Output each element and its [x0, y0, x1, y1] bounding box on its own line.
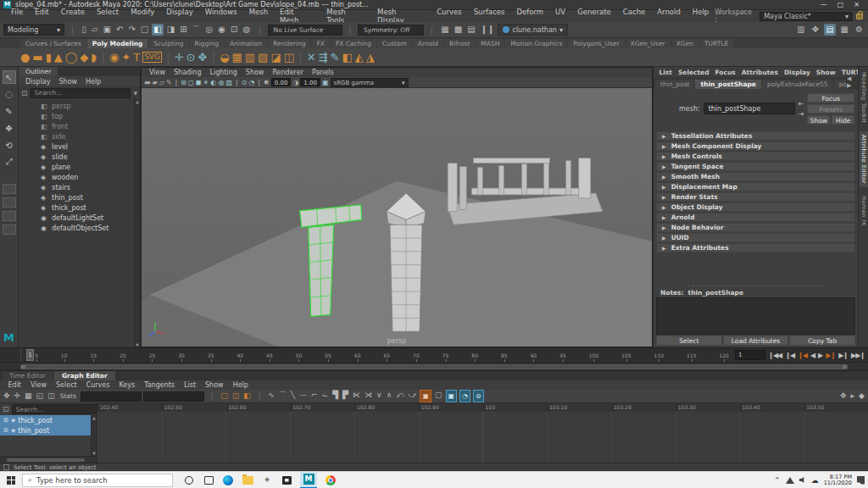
fixed-tangent-icon[interactable]: ▛ — [342, 390, 349, 402]
chevron-down-icon[interactable]: ▼ — [133, 90, 137, 96]
outliner-item[interactable]: ◉ defaultLightSet — [19, 213, 140, 223]
graph-tree-item[interactable]: ⊞ ◈ thin_post — [0, 425, 97, 435]
current-frame-marker[interactable]: 1 — [26, 349, 34, 361]
graph-menu-item[interactable]: View — [26, 381, 52, 389]
tab-scroll-arrows-icon[interactable]: ◀ ▶ — [847, 75, 858, 89]
poly-cone-icon[interactable]: ▲ — [54, 49, 63, 66]
time-slider-track[interactable]: 1 51015202530354045505560657075808590951… — [20, 348, 732, 362]
modeling-toolkit-toggle-icon[interactable]: ▥ — [795, 24, 806, 36]
new-scene-icon[interactable]: ▯ — [80, 24, 88, 36]
shelf-tab[interactable]: Bifrost — [444, 39, 475, 48]
select-object-icon[interactable]: ◧ — [152, 24, 163, 36]
poly-sphere-icon[interactable]: ● — [20, 49, 30, 66]
attr-menu-item[interactable]: Selected — [675, 69, 712, 76]
outliner-item[interactable]: ◧ top — [19, 111, 140, 121]
outliner-menu-item[interactable]: Help — [82, 78, 104, 86]
break-tangent-icon[interactable]: ⋉ — [352, 390, 361, 402]
step-fwd-key-icon[interactable]: ▶❙ — [825, 352, 836, 359]
graph-menu-item[interactable]: Show — [201, 381, 229, 389]
poly-text-icon[interactable]: T — [133, 49, 140, 66]
shelf-sep[interactable]: | — [99, 49, 107, 66]
view-transform-selector[interactable]: sRGB gamma▾ — [331, 78, 409, 87]
attribute-section-header[interactable]: ▶ Tangent Space — [656, 162, 855, 171]
free-weight-icon[interactable]: ∨ — [376, 390, 383, 402]
clamped-tangent-icon[interactable]: ⌒ — [278, 390, 287, 402]
attribute-section-header[interactable]: ▶ Node Behavior — [656, 223, 855, 232]
workspace-selector[interactable]: Maya Classic*▾ — [760, 12, 853, 21]
bevel-icon[interactable]: ◪ — [270, 49, 281, 66]
frame-all-icon[interactable]: □ — [220, 391, 229, 402]
viewport-canvas[interactable]: persp — [142, 88, 652, 347]
mirror-icon[interactable]: ◧ — [342, 49, 352, 66]
wireframe-icon[interactable]: ⊞ — [181, 78, 186, 87]
cortana-icon[interactable] — [183, 474, 195, 486]
select-component-icon[interactable]: ◨ — [165, 24, 176, 36]
outliner-item[interactable]: ◈ thick_post — [19, 202, 140, 213]
outliner-menu-item[interactable]: Show — [56, 78, 81, 86]
redo-icon[interactable]: ↷ — [126, 24, 136, 36]
shelf-tab[interactable]: Curves / Surfaces — [20, 39, 86, 48]
shelf-sep[interactable]: | — [209, 49, 217, 66]
snap-point-icon[interactable]: ◎ — [204, 24, 215, 36]
ipr-render-icon[interactable]: ▩ — [453, 24, 464, 36]
shelf-tab[interactable]: XGen_User — [626, 39, 670, 48]
minimize-icon[interactable]: — — [821, 1, 827, 8]
normalize-icon[interactable]: ▢ — [434, 390, 443, 402]
node-tab[interactable]: thin_post — [655, 80, 694, 89]
go-to-end-icon[interactable]: ▶▶❙ — [850, 352, 865, 359]
sidebar-vertical-tab[interactable]: Modeling Toolkit — [860, 72, 867, 123]
attribute-section-header[interactable]: ▶ Object Display — [656, 202, 855, 212]
presets-button[interactable]: Presets — [807, 104, 854, 114]
outliner-scrollbar[interactable] — [134, 99, 140, 347]
show-button[interactable]: Show — [807, 115, 830, 125]
shaded-icon[interactable]: ◻ — [188, 78, 194, 87]
viewport-menu-item[interactable]: Show — [242, 69, 269, 76]
graph-menu-item[interactable]: Keys — [114, 381, 140, 389]
shelf-tab[interactable]: Polygons_User — [568, 39, 624, 48]
gamma-field[interactable]: 1.00 — [300, 78, 320, 86]
expand-icon[interactable]: ⊞ — [3, 427, 8, 434]
pin-channel-icon[interactable]: ⊜ — [473, 390, 484, 402]
hide-button[interactable]: Hide — [832, 115, 854, 125]
chrome-icon[interactable] — [325, 474, 337, 486]
close-icon[interactable]: ✕ — [854, 1, 860, 8]
outliner-item[interactable]: ◧ front — [19, 121, 140, 131]
filter-icon[interactable]: ⊡ — [3, 405, 9, 413]
target-weld-icon[interactable]: ⇶ — [319, 49, 328, 66]
node-tab[interactable]: thin_postShape — [695, 80, 760, 89]
wifi-icon[interactable] — [786, 477, 794, 484]
center-current-icon[interactable]: ◧ — [242, 391, 252, 402]
shelf-tab[interactable]: Custom — [377, 39, 412, 48]
attribute-editor-toggle-icon[interactable]: ▤ — [824, 24, 835, 36]
snap-projected-icon[interactable]: ◉ — [216, 24, 227, 36]
taskbar-clock[interactable]: 8:17 PM 11/1/2020 — [824, 474, 852, 486]
step-fwd-frame-icon[interactable]: ▶❙ — [837, 352, 849, 359]
pre-infinity-icon[interactable]: ⤺ — [395, 390, 405, 402]
workspace-lock-icon[interactable] — [856, 14, 863, 19]
menu-set-selector[interactable]: Modeling▾ — [3, 24, 64, 36]
outliner-item[interactable]: ◈ plane — [19, 162, 140, 172]
shelf-sep[interactable]: | — [297, 49, 304, 66]
image-plane-icon[interactable]: ▱ — [159, 78, 164, 87]
focus-button[interactable]: Focus — [807, 93, 854, 103]
lock-weight-icon[interactable]: ∧ — [386, 390, 393, 402]
attr-menu-item[interactable]: Display — [781, 69, 813, 76]
viewport-menu-item[interactable]: Renderer — [268, 69, 308, 76]
move-keys-icon[interactable]: ✥ — [3, 391, 11, 402]
outliner-tab[interactable]: Outliner — [19, 67, 58, 76]
undo-icon[interactable]: ↶ — [114, 24, 125, 36]
locator-icon[interactable]: ⊙ — [186, 49, 196, 66]
shelf-sep[interactable]: | — [164, 49, 172, 66]
color-mgmt-icon[interactable]: ▣ — [322, 78, 329, 87]
shadows-icon[interactable]: ◐ — [210, 78, 216, 87]
expand-icon[interactable]: ⊞ — [3, 417, 8, 424]
snap-to-grid-icon[interactable]: ▬ — [144, 78, 151, 87]
action-center-icon[interactable] — [857, 476, 865, 485]
origin-locator-icon[interactable]: ✥ — [198, 49, 208, 66]
attribute-section-header[interactable]: ▶ Mesh Component Display — [656, 141, 855, 151]
pin-left-icon[interactable]: ⇤ — [798, 100, 804, 108]
play-forwards-icon[interactable]: ▶ — [817, 352, 823, 359]
stack-curves-icon[interactable]: ▣ — [446, 390, 458, 402]
shelf-tab[interactable]: Arnold — [413, 39, 443, 48]
step-tangent-icon[interactable]: ⌐ — [310, 390, 319, 402]
